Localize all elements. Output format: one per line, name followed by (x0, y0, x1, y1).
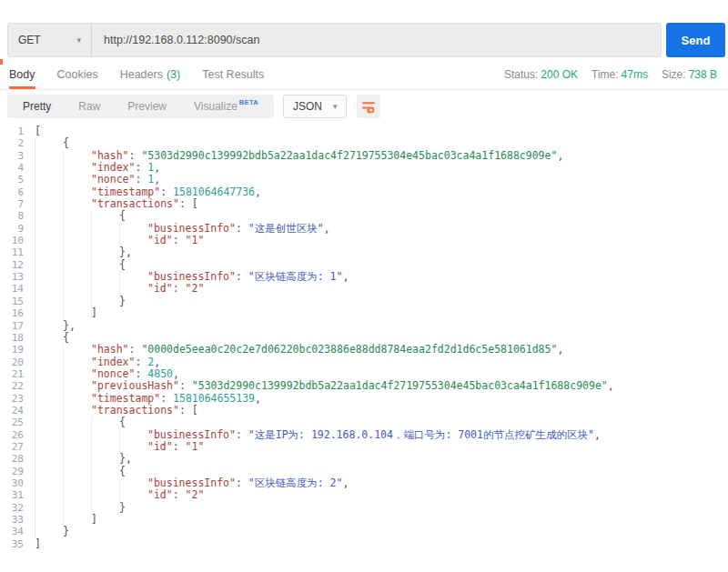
token-p: }, (63, 319, 76, 332)
token-k: "index" (91, 161, 135, 174)
token-k: "timestamp" (91, 392, 160, 405)
indent-guide (63, 296, 91, 307)
indent-guide (35, 296, 63, 307)
token-p: : (129, 343, 142, 356)
token-p: , (154, 173, 160, 186)
line-content: "id": "1" (24, 235, 204, 246)
time-label: Time: (592, 68, 619, 81)
line-content: "id": "2" (24, 283, 204, 295)
indent-guide (35, 368, 63, 380)
tab-label: Cookies (57, 68, 98, 81)
url-bar: GET ▾ (7, 23, 662, 57)
token-p: : (135, 367, 147, 380)
token-p: : (135, 161, 147, 174)
line-number: 20 (0, 356, 24, 368)
indent-guide (63, 344, 91, 356)
view-mode-preview[interactable]: Preview (114, 95, 180, 118)
indent-guide (63, 368, 91, 380)
indent-guide (35, 246, 63, 258)
line-content: "timestamp": 1581064647736, (24, 186, 261, 198)
view-mode-raw[interactable]: Raw (65, 95, 114, 118)
response-tab-test-results[interactable]: Test Results (202, 60, 264, 89)
format-select[interactable]: JSON ▾ (283, 95, 348, 118)
indent-guide (35, 283, 63, 295)
code-line: 1[ (0, 125, 728, 137)
code-line: 31"id": "2" (0, 489, 728, 501)
token-k: "nonce" (91, 173, 135, 186)
view-mode-switch: Pretty Raw Preview VisualizeBETA (7, 95, 274, 118)
send-button[interactable]: Send (666, 23, 725, 57)
token-p: , (594, 428, 601, 441)
token-p: { (63, 331, 69, 344)
token-p: , (173, 367, 179, 380)
indent-guide (63, 174, 91, 186)
line-content: "transactions": [ (24, 405, 198, 416)
token-p: , (154, 356, 160, 368)
line-number: 8 (0, 210, 24, 222)
line-number: 35 (0, 538, 24, 550)
indent-guide (119, 489, 147, 501)
url-input[interactable] (92, 24, 661, 56)
response-tab-headers[interactable]: Headers(3) (120, 60, 181, 89)
token-k: "transactions" (91, 404, 179, 416)
indent-guide (91, 416, 119, 428)
indent-guide (35, 466, 63, 477)
indent-guide (35, 405, 63, 416)
indent-guide (35, 150, 63, 162)
token-c: "区块链高度为: 1" (248, 270, 343, 283)
indent-guide (119, 477, 147, 489)
code-line: 7"transactions": [ (0, 198, 728, 210)
token-c: "这是创世区块" (248, 222, 324, 235)
line-number: 10 (0, 235, 24, 246)
token-k: "businessInfo" (147, 222, 236, 235)
response-tab-body[interactable]: Body (9, 60, 35, 89)
line-number: 14 (0, 283, 24, 295)
line-content: "nonce": 1, (24, 174, 160, 186)
line-number: 17 (0, 320, 24, 332)
token-p: ] (91, 306, 97, 319)
line-content: } (24, 526, 69, 537)
line-content: "businessInfo": "区块链高度为: 2", (24, 477, 349, 489)
indent-guide (63, 416, 91, 428)
code-line: 23"timestamp": 1581064655139, (0, 393, 728, 405)
line-content: { (24, 210, 126, 222)
line-content: ] (24, 307, 97, 319)
response-body-viewer[interactable]: 1[2{3"hash": "5303d2990c139992bdb5a22aa1… (0, 125, 728, 572)
method-select[interactable]: GET ▾ (8, 24, 92, 56)
wrap-line-icon (360, 98, 377, 115)
line-content: "hash": "5303d2990c139992bdb5a22aa1dac4f… (24, 150, 563, 162)
code-line: 13"businessInfo": "区块链高度为: 1", (0, 271, 728, 283)
token-s: "5303d2990c139992bdb5a22aa1dac4f27197553… (141, 149, 557, 162)
indent-guide (63, 271, 91, 283)
line-content: "previousHash": "5303d2990c139992bdb5a22… (24, 380, 614, 392)
token-p: : (236, 477, 248, 489)
indent-guide (63, 453, 91, 465)
code-line: 8{ (0, 210, 728, 222)
line-number: 16 (0, 307, 24, 319)
indent-guide (63, 429, 91, 441)
indent-guide (35, 174, 63, 186)
indent-guide (91, 259, 119, 271)
line-content: "id": "1" (24, 441, 204, 453)
token-p: : (236, 222, 248, 235)
indent-guide (119, 429, 147, 441)
token-p: { (119, 258, 126, 271)
view-mode-visualize[interactable]: VisualizeBETA (180, 95, 272, 118)
line-content: [ (24, 125, 41, 137)
indent-guide (35, 441, 63, 453)
view-mode-pretty[interactable]: Pretty (9, 95, 65, 118)
wrap-line-button[interactable] (357, 95, 380, 118)
response-tab-cookies[interactable]: Cookies (57, 60, 98, 89)
token-k: "businessInfo" (147, 477, 236, 489)
code-line: 2{ (0, 137, 728, 149)
time-group: Time:47ms (592, 68, 648, 81)
indent-guide (119, 441, 147, 453)
token-s: "5303d2990c139992bdb5a22aa1dac4f27197553… (192, 379, 608, 392)
line-content: { (24, 259, 126, 271)
token-p: , (255, 186, 261, 198)
indent-guide (119, 283, 147, 295)
token-k: "index" (91, 356, 135, 368)
code-line: 35] (0, 538, 728, 550)
request-bar: GET ▾ Send (7, 23, 725, 57)
token-p: , (342, 477, 349, 489)
